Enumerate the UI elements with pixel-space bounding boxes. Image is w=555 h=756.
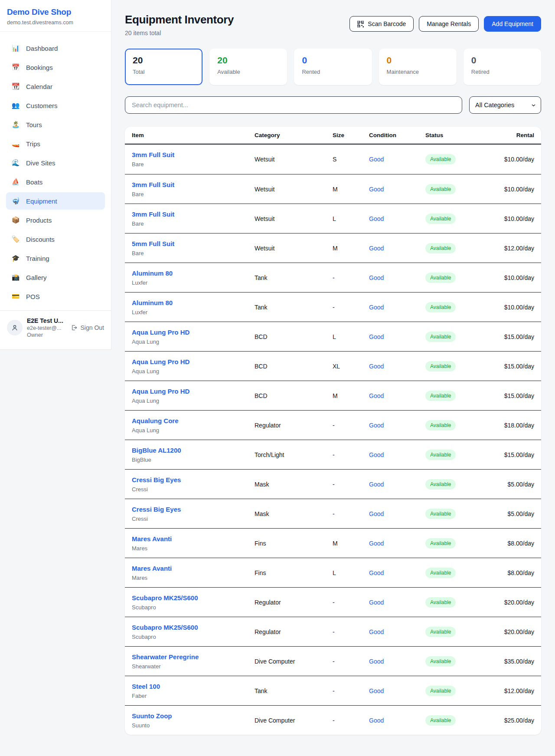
item-rental: $12.00/day [473, 245, 534, 252]
item-condition-link[interactable]: Good [369, 304, 384, 311]
sidebar-item-bookings[interactable]: 📅 Bookings [6, 59, 105, 76]
item-condition-link[interactable]: Good [369, 156, 384, 163]
item-brand: Faber [132, 693, 255, 699]
sidebar-item-calendar[interactable]: 📆 Calendar [6, 78, 105, 95]
stat-card-rented[interactable]: 0 Rented [294, 49, 372, 85]
item-brand: Mares [132, 575, 255, 581]
item-name-link[interactable]: Mares Avanti [132, 535, 172, 542]
item-category: Wetsuit [255, 156, 333, 163]
item-condition-link[interactable]: Good [369, 540, 384, 547]
status-badge: Available [425, 214, 456, 224]
sidebar-item-pos[interactable]: 💳 POS [6, 288, 105, 305]
scan-barcode-button[interactable]: Scan Barcode [349, 16, 414, 32]
page-title-block: Equipment Inventory 20 items total [125, 13, 234, 36]
item-category: Tank [255, 687, 333, 694]
manage-rentals-button[interactable]: Manage Rentals [419, 16, 479, 32]
sidebar-item-trips[interactable]: 🚤 Trips [6, 135, 105, 152]
item-name-link[interactable]: Aqua Lung Pro HD [132, 358, 189, 365]
sidebar-item-boats[interactable]: ⛵ Boats [6, 173, 105, 191]
item-name-link[interactable]: Mares Avanti [132, 565, 172, 572]
item-name-link[interactable]: Aqualung Core [132, 417, 179, 424]
item-name-link[interactable]: 3mm Full Suit [132, 181, 174, 188]
item-condition-link[interactable]: Good [369, 274, 384, 281]
sidebar-item-gallery[interactable]: 📸 Gallery [6, 269, 105, 286]
item-cell: Aluminum 80 Luxfer [132, 299, 255, 316]
stat-card-total[interactable]: 20 Total [125, 49, 202, 85]
column-header-size: Size [333, 132, 369, 138]
sidebar-item-products[interactable]: 📦 Products [6, 211, 105, 229]
item-condition-link[interactable]: Good [369, 451, 384, 458]
add-equipment-button[interactable]: Add Equipment [484, 16, 541, 32]
item-rental: $35.00/day [473, 658, 534, 665]
sidebar-item-training[interactable]: 🎓 Training [6, 250, 105, 267]
item-condition-link[interactable]: Good [369, 658, 384, 665]
sidebar-nav: 📊 Dashboard 📅 Bookings 📆 Calendar 👥 Cust… [0, 32, 111, 309]
item-category: Tank [255, 304, 333, 311]
search-input[interactable] [125, 96, 462, 114]
sidebar-item-dive-sites[interactable]: 🌊 Dive Sites [6, 154, 105, 171]
category-filter-select[interactable]: All Categories [469, 96, 541, 114]
sidebar-item-dashboard[interactable]: 📊 Dashboard [6, 39, 105, 57]
item-condition-link[interactable]: Good [369, 628, 384, 635]
item-condition-link[interactable]: Good [369, 569, 384, 576]
label-tag-icon: 🏷️ [11, 235, 20, 243]
item-name-link[interactable]: Cressi Big Eyes [132, 476, 181, 483]
item-size: L [333, 215, 369, 222]
item-category: Regulator [255, 628, 333, 635]
item-condition-link[interactable]: Good [369, 392, 384, 399]
item-name-link[interactable]: Aluminum 80 [132, 270, 173, 277]
item-name-link[interactable]: Shearwater Peregrine [132, 653, 199, 661]
item-condition-link[interactable]: Good [369, 333, 384, 340]
user-email: e2e-tester@... [27, 325, 63, 331]
sidebar-item-discounts[interactable]: 🏷️ Discounts [6, 230, 105, 248]
sidebar-item-tours[interactable]: 🏝️ Tours [6, 116, 105, 133]
item-cell: Scubapro MK25/S600 Scubapro [132, 594, 255, 611]
item-brand: Cressi [132, 516, 255, 522]
item-condition-link[interactable]: Good [369, 717, 384, 724]
stat-card-maintenance[interactable]: 0 Maintenance [379, 49, 457, 85]
item-name-link[interactable]: 5mm Full Suit [132, 240, 174, 247]
item-name-link[interactable]: Aqua Lung Pro HD [132, 329, 189, 336]
sign-out-button[interactable]: Sign Out [71, 324, 104, 331]
item-name-link[interactable]: Aqua Lung Pro HD [132, 388, 189, 395]
item-name-link[interactable]: Cressi Big Eyes [132, 506, 181, 513]
brand-domain: demo.test.divestreams.com [7, 20, 104, 26]
item-name-link[interactable]: BigBlue AL1200 [132, 447, 181, 454]
brand-name[interactable]: Demo Dive Shop [7, 7, 104, 17]
item-condition-link[interactable]: Good [369, 215, 384, 222]
item-name-link[interactable]: 3mm Full Suit [132, 151, 174, 158]
item-size: - [333, 422, 369, 429]
stat-value: 20 [133, 55, 195, 66]
item-size: - [333, 304, 369, 311]
item-name-link[interactable]: Scubapro MK25/S600 [132, 594, 198, 602]
item-condition-link[interactable]: Good [369, 363, 384, 370]
stat-card-available[interactable]: 20 Available [209, 49, 287, 85]
item-size: L [333, 569, 369, 576]
item-name-link[interactable]: Suunto Zoop [132, 712, 172, 720]
island-icon: 🏝️ [11, 121, 20, 128]
status-badge: Available [425, 154, 456, 164]
item-condition-link[interactable]: Good [369, 245, 384, 252]
item-brand: Bare [132, 220, 255, 227]
item-name-link[interactable]: Steel 100 [132, 683, 160, 690]
status-badge: Available [425, 656, 456, 667]
sidebar-item-customers[interactable]: 👥 Customers [6, 97, 105, 114]
item-condition-link[interactable]: Good [369, 481, 384, 488]
item-name-link[interactable]: 3mm Full Suit [132, 210, 174, 218]
item-rental: $15.00/day [473, 451, 534, 458]
item-size: - [333, 687, 369, 694]
item-name-link[interactable]: Aluminum 80 [132, 299, 173, 306]
item-condition-link[interactable]: Good [369, 422, 384, 429]
item-condition-link[interactable]: Good [369, 687, 384, 694]
item-name-link[interactable]: Scubapro MK25/S600 [132, 624, 198, 631]
package-icon: 📦 [11, 216, 20, 224]
item-condition-link[interactable]: Good [369, 599, 384, 606]
column-header-item: Item [132, 132, 255, 138]
stat-card-retired[interactable]: 0 Retired [464, 49, 541, 85]
sidebar-item-equipment[interactable]: 🤿 Equipment [6, 192, 105, 210]
item-condition-link[interactable]: Good [369, 510, 384, 517]
column-header-rental: Rental [473, 132, 534, 138]
item-condition-link[interactable]: Good [369, 186, 384, 193]
item-category: BCD [255, 363, 333, 370]
status-badge: Available [425, 538, 456, 549]
